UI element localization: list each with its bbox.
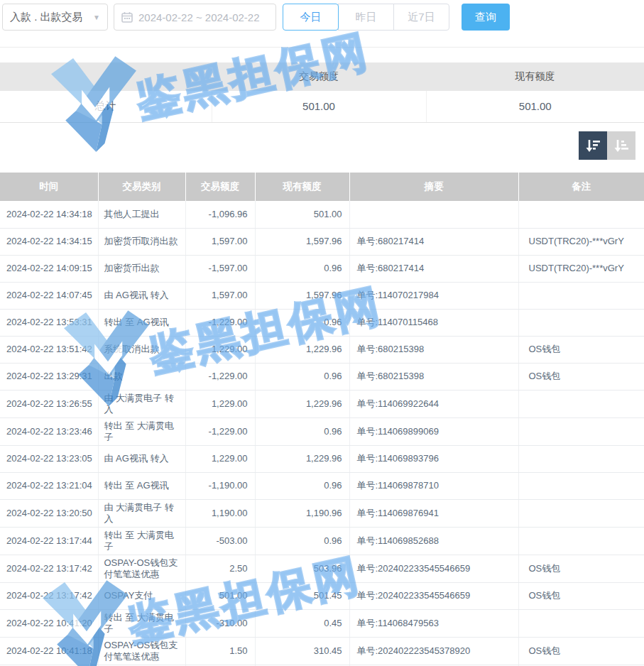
transaction-row: 2024-02-22 14:07:45 由 AG视讯 转入 1,597.00 1…	[0, 282, 644, 309]
cell-transaction-amount: 1,229.00	[185, 336, 255, 363]
cell-type: OSPAY-OS钱包支付笔笔送优惠	[98, 555, 185, 582]
cell-summary: 单号:680215398	[349, 363, 518, 390]
cell-current-amount: 0.96	[255, 472, 349, 499]
cell-summary: 单号:680215398	[349, 336, 518, 363]
cell-transaction-amount: -1,229.00	[185, 363, 255, 390]
chevron-down-icon: ▼	[93, 13, 100, 21]
cell-type: 转出 至 大满贯电子	[98, 417, 185, 445]
transaction-row: 2024-02-22 13:53:31 转出 至 AG视讯 -1,229.00 …	[0, 309, 644, 336]
cell-time: 2024-02-22 13:23:46	[0, 417, 98, 445]
cell-time: 2024-02-22 13:17:42	[0, 582, 98, 609]
col-header-type: 交易类别	[98, 173, 185, 201]
summary-total-label: 总计	[0, 91, 212, 122]
quick-range-button-group: 今日 昨日 近7日	[283, 4, 449, 31]
transaction-row: 2024-02-22 13:26:55 由 大满贯电子 转入 1,229.00 …	[0, 390, 644, 417]
cell-summary: 单号:114069922644	[349, 390, 518, 417]
transaction-row: 2024-02-22 13:17:42 OSPAY-OS钱包支付笔笔送优惠 2.…	[0, 555, 644, 582]
cell-current-amount: 0.96	[255, 255, 349, 282]
transaction-row: 2024-02-22 13:23:05 由 AG视讯 转入 1,229.00 1…	[0, 445, 644, 472]
cell-type: 转出 至 AG视讯	[98, 309, 185, 336]
cell-transaction-amount: -1,229.00	[185, 309, 255, 336]
cell-type: 其他人工提出	[98, 201, 185, 228]
transaction-row: 2024-02-22 14:09:15 加密货币出款 -1,597.00 0.9…	[0, 255, 644, 282]
transaction-row: 2024-02-22 10:41:20 转出 至 大满贯电子 -310.00 0…	[0, 609, 644, 637]
transaction-row: 2024-02-22 13:29:31 出款 -1,229.00 0.96 单号…	[0, 363, 644, 390]
cell-current-amount: 1,229.96	[255, 445, 349, 472]
transaction-row: 2024-02-22 13:17:44 转出 至 大满贯电子 -503.00 0…	[0, 527, 644, 555]
transaction-row: 2024-02-22 13:21:04 转出 至 AG视讯 -1,190.00 …	[0, 472, 644, 499]
col-header-transaction-amount: 交易额度	[185, 173, 255, 201]
transaction-type-select[interactable]: 入款 . 出款交易 ▼	[2, 4, 108, 31]
transaction-row: 2024-02-22 14:34:15 加密货币取消出款 1,597.00 1,…	[0, 228, 644, 255]
cell-current-amount: 1,229.96	[255, 390, 349, 417]
cell-time: 2024-02-22 13:53:31	[0, 309, 98, 336]
cell-type: 由 大满贯电子 转入	[98, 499, 185, 527]
cell-note: OS钱包	[518, 336, 644, 363]
cell-time: 2024-02-22 13:17:42	[0, 555, 98, 582]
date-range-input[interactable]: 2024-02-22 ~ 2024-02-22	[114, 4, 276, 31]
transaction-row: 2024-02-22 13:17:42 OSPAY支付 501.00 501.4…	[0, 582, 644, 609]
cell-current-amount: 0.96	[255, 363, 349, 390]
cell-note	[518, 309, 644, 336]
cell-note	[518, 499, 644, 527]
cell-transaction-amount: 1,597.00	[185, 282, 255, 309]
cell-note	[518, 527, 644, 555]
cell-type: OSPAY-OS钱包支付笔笔送优惠	[98, 637, 185, 665]
cell-type: 转出 至 大满贯电子	[98, 527, 185, 555]
cell-summary: 单号:114068479563	[349, 609, 518, 637]
cell-note: OS钱包	[518, 582, 644, 609]
cell-transaction-amount: 2.50	[185, 555, 255, 582]
transaction-type-value: 入款 . 出款交易	[10, 11, 83, 24]
cell-time: 2024-02-22 13:51:42	[0, 336, 98, 363]
sort-amount-asc-button[interactable]	[607, 131, 635, 160]
sort-amount-desc-icon	[584, 137, 601, 154]
cell-transaction-amount: 1,229.00	[185, 390, 255, 417]
cell-note	[518, 472, 644, 499]
yesterday-button[interactable]: 昨日	[338, 4, 394, 31]
summary-total-row: 总计 501.00 501.00	[0, 91, 644, 122]
cell-type: 由 AG视讯 转入	[98, 445, 185, 472]
cell-time: 2024-02-22 13:20:50	[0, 499, 98, 527]
cell-type: 转出 至 AG视讯	[98, 472, 185, 499]
cell-transaction-amount: -310.00	[185, 609, 255, 637]
cell-current-amount: 1,597.96	[255, 228, 349, 255]
cell-type: 由 大满贯电子 转入	[98, 390, 185, 417]
cell-type: OSPAY支付	[98, 582, 185, 609]
cell-note: USDT(TRC20)-***vGrY	[518, 255, 644, 282]
cell-time: 2024-02-22 14:34:15	[0, 228, 98, 255]
transaction-row: 2024-02-22 13:51:42 系统取消出款 1,229.00 1,22…	[0, 336, 644, 363]
cell-summary: 单号:114069876941	[349, 499, 518, 527]
cell-summary: 单号:202402223545378920	[349, 637, 518, 665]
cell-current-amount: 1,190.96	[255, 499, 349, 527]
cell-time: 2024-02-22 13:29:31	[0, 363, 98, 390]
search-button[interactable]: 查询	[462, 4, 510, 31]
cell-time: 2024-02-22 14:09:15	[0, 255, 98, 282]
divider	[0, 47, 644, 48]
cell-note	[518, 417, 644, 445]
cell-time: 2024-02-22 14:07:45	[0, 282, 98, 309]
cell-summary: 单号:114069899069	[349, 417, 518, 445]
cell-current-amount: 501.45	[255, 582, 349, 609]
cell-current-amount: 1,229.96	[255, 336, 349, 363]
cell-summary: 单号:680217414	[349, 255, 518, 282]
col-header-note: 备注	[518, 173, 644, 201]
today-button[interactable]: 今日	[283, 4, 339, 31]
transaction-row: 2024-02-22 13:23:46 转出 至 大满贯电子 -1,229.00…	[0, 417, 644, 445]
cell-transaction-amount: -1,190.00	[185, 472, 255, 499]
cell-note	[518, 445, 644, 472]
cell-type: 转出 至 大满贯电子	[98, 609, 185, 637]
transaction-row: 2024-02-22 13:20:50 由 大满贯电子 转入 1,190.00 …	[0, 499, 644, 527]
cell-current-amount: 310.45	[255, 637, 349, 665]
cell-transaction-amount: 501.00	[185, 582, 255, 609]
summary-table: 交易额度 现有额度 总计 501.00 501.00	[0, 62, 644, 123]
cell-summary: 单号:114070115468	[349, 309, 518, 336]
cell-note	[518, 609, 644, 637]
sort-amount-desc-button[interactable]	[579, 131, 607, 160]
cell-summary: 单号:680217414	[349, 228, 518, 255]
cell-transaction-amount: 1.50	[185, 637, 255, 665]
last-7-days-button[interactable]: 近7日	[393, 4, 449, 31]
cell-time: 2024-02-22 10:41:18	[0, 637, 98, 665]
cell-summary: 单号:202402233545546659	[349, 582, 518, 609]
cell-type: 加密货币出款	[98, 255, 185, 282]
cell-current-amount: 0.96	[255, 417, 349, 445]
